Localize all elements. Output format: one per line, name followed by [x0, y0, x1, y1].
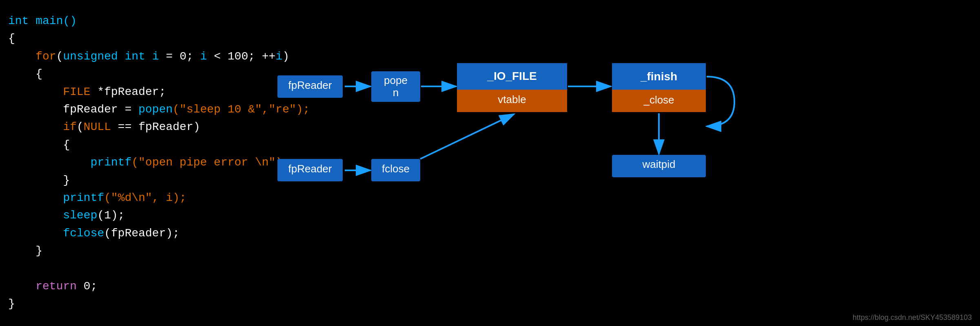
arrow-fclose-iofile — [420, 114, 514, 159]
label-fclose: fclose — [382, 163, 410, 175]
code-line-8: { — [8, 136, 228, 154]
diagram-section: fpReader pope n _IO_FILE vtable _finish … — [245, 0, 938, 326]
label-close: _close — [643, 94, 674, 106]
code-line-15 — [8, 260, 228, 277]
label-iofile-bot: vtable — [498, 93, 526, 106]
code-line-3: for(unsigned int i = 0; i < 100; ++i) — [8, 48, 228, 65]
code-line-13: fclose(fpReader); — [8, 225, 228, 242]
code-line-17: } — [8, 295, 228, 313]
label-waitpid: waitpid — [642, 158, 676, 170]
code-line-7: if(NULL == fpReader) — [8, 118, 228, 136]
code-line-16: return 0; — [8, 278, 228, 295]
code-line-12: sleep(1); — [8, 207, 228, 224]
code-line-1: int main() — [8, 12, 228, 30]
code-section: int main() { for(unsigned int i = 0; i <… — [0, 0, 237, 326]
code-line-6: fpReader = popen("sleep 10 &","re"); — [8, 101, 228, 118]
code-line-14: } — [8, 242, 228, 260]
code-line-5: FILE *fpReader; — [8, 83, 228, 101]
arrow-loop — [707, 77, 734, 126]
code-line-9: printf("open pipe error \n"); — [8, 154, 228, 171]
code-line-4: { — [8, 65, 228, 83]
watermark: https://blog.csdn.net/SKY453589103 — [853, 313, 972, 322]
label-finish: _finish — [640, 70, 677, 83]
code-line-11: printf("%d\n", i); — [8, 189, 228, 207]
label-fpReader2: fpReader — [288, 163, 332, 175]
code-line-2: { — [8, 30, 228, 47]
label-iofile-top: _IO_FILE — [487, 70, 537, 82]
label-popen-1: pope — [384, 74, 408, 86]
label-fpReader1: fpReader — [288, 79, 332, 91]
label-popen-2: n — [393, 86, 399, 99]
code-line-10: } — [8, 172, 228, 189]
